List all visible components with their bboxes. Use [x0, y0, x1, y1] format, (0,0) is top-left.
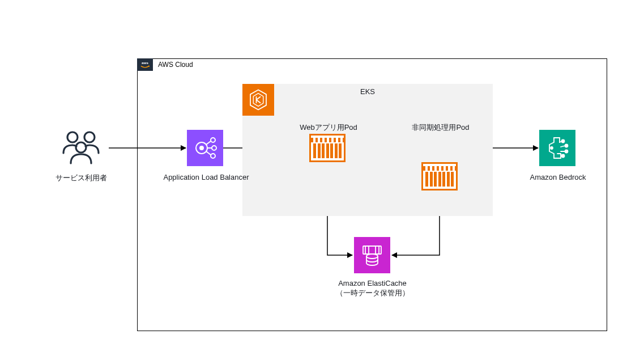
service-users-label: サービス利用者	[50, 173, 112, 183]
svg-line-11	[206, 141, 211, 145]
svg-line-13	[206, 151, 211, 155]
svg-point-28	[366, 254, 378, 259]
svg-marker-2	[253, 94, 263, 107]
alb-icon	[187, 130, 223, 166]
eks-label: EKS	[242, 87, 493, 96]
svg-point-8	[211, 138, 215, 142]
eks-icon	[242, 84, 274, 116]
svg-point-22	[551, 147, 553, 149]
svg-line-19	[561, 146, 565, 147]
elasticache-icon	[354, 237, 390, 273]
eks-container: EKS	[242, 84, 493, 216]
svg-text:aws: aws	[142, 61, 148, 65]
bedrock-icon	[539, 130, 575, 166]
svg-point-7	[200, 146, 203, 150]
async-pod-label: 非同期処理用Pod	[407, 122, 475, 133]
svg-point-9	[212, 146, 216, 150]
web-pod-label: Webアプリ用Pod	[295, 122, 362, 133]
bedrock-label: Amazon Bedrock	[521, 173, 595, 181]
service-users-icon	[56, 128, 106, 168]
svg-point-4	[84, 132, 95, 142]
web-pod-icon	[309, 134, 346, 162]
async-pod-icon	[421, 162, 458, 191]
diagram-canvas: aws AWS Cloud EKS	[0, 0, 644, 364]
aws-cloud-label: AWS Cloud	[158, 61, 193, 69]
alb-label: Application Load Balancer	[159, 173, 254, 181]
svg-marker-1	[250, 90, 266, 110]
svg-point-3	[67, 132, 78, 142]
svg-point-5	[76, 142, 86, 153]
svg-point-10	[211, 154, 215, 158]
elasticache-label: Amazon ElastiCache （一時データ保管用）	[329, 279, 416, 298]
aws-logo-icon: aws	[137, 58, 153, 71]
